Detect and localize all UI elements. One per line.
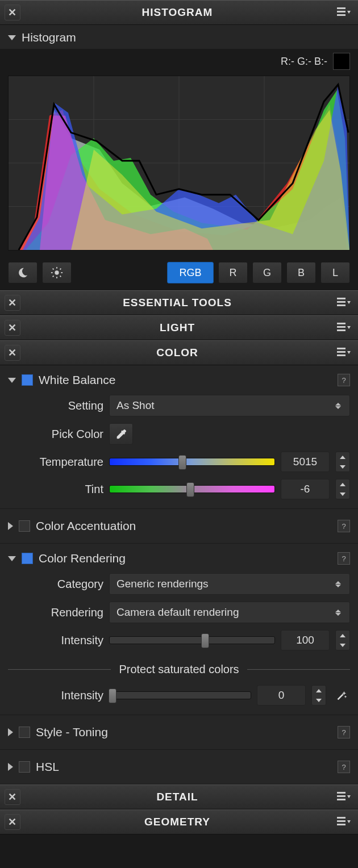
svg-marker-26 — [347, 326, 351, 329]
disclosure-triangle-icon[interactable] — [8, 763, 13, 771]
menu-button[interactable] — [334, 345, 353, 361]
tint-spinner[interactable] — [335, 479, 350, 499]
menu-button[interactable] — [334, 295, 353, 311]
pick-color-label: Pick Color — [8, 428, 103, 441]
protect-intensity-slider[interactable] — [109, 691, 251, 699]
panel-title: DETAIL — [20, 791, 334, 803]
help-button[interactable]: ? — [338, 374, 350, 386]
tint-row: Tint -6 — [8, 475, 350, 503]
color-swatch — [333, 53, 350, 70]
channel-b-button[interactable]: B — [286, 262, 316, 283]
magic-wand-icon — [335, 689, 347, 702]
enable-checkbox[interactable] — [22, 553, 33, 564]
panel-header-histogram: ✕ HISTOGRAM — [0, 0, 358, 25]
close-button[interactable]: ✕ — [5, 320, 20, 336]
highlight-clip-button[interactable] — [42, 262, 72, 283]
setting-select[interactable]: As Shot — [109, 395, 350, 416]
tint-value[interactable]: -6 — [281, 479, 330, 499]
protect-intensity-spinner[interactable] — [311, 685, 326, 706]
rgb-readout-row: R:- G:- B:- — [0, 49, 358, 70]
intensity-spinner[interactable] — [335, 630, 350, 650]
channel-g-button[interactable]: G — [252, 262, 282, 283]
svg-rect-0 — [337, 7, 345, 9]
svg-rect-29 — [337, 354, 345, 356]
setting-label: Setting — [8, 399, 103, 412]
close-button[interactable]: ✕ — [5, 345, 20, 361]
disclosure-triangle-icon[interactable] — [8, 522, 13, 530]
help-button[interactable]: ? — [338, 726, 350, 738]
disclosure-triangle-icon[interactable] — [8, 378, 16, 383]
enable-checkbox[interactable] — [19, 727, 30, 738]
eyedropper-button[interactable] — [109, 423, 133, 445]
section-label: Color Accentuation — [36, 519, 136, 533]
enable-checkbox[interactable] — [19, 761, 30, 773]
temperature-row: Temperature 5015 — [8, 448, 350, 475]
svg-line-18 — [60, 269, 61, 270]
category-value: Generic renderings — [116, 578, 209, 590]
select-arrows-icon — [334, 581, 343, 587]
moon-icon — [16, 266, 29, 279]
svg-point-10 — [55, 270, 59, 274]
enable-checkbox[interactable] — [22, 374, 33, 386]
category-select[interactable]: Generic renderings — [109, 573, 350, 595]
close-button[interactable]: ✕ — [5, 814, 20, 830]
select-arrows-icon — [334, 610, 343, 616]
menu-dropdown-icon — [337, 7, 351, 18]
disclosure-triangle-icon[interactable] — [8, 35, 16, 40]
temperature-value[interactable]: 5015 — [281, 452, 330, 472]
enable-checkbox[interactable] — [19, 520, 30, 532]
channel-r-button[interactable]: R — [218, 262, 248, 283]
tint-slider[interactable] — [109, 485, 275, 493]
protect-intensity-value[interactable]: 0 — [257, 685, 306, 706]
close-button[interactable]: ✕ — [5, 789, 20, 805]
svg-marker-30 — [347, 351, 351, 354]
intensity-value[interactable]: 100 — [281, 630, 330, 650]
close-button[interactable]: ✕ — [5, 295, 20, 311]
menu-button[interactable] — [334, 789, 353, 805]
menu-dropdown-icon — [337, 323, 351, 333]
setting-value: As Shot — [116, 399, 155, 412]
panel-header-light: ✕ LIGHT — [0, 315, 358, 340]
temperature-label: Temperature — [8, 456, 103, 469]
svg-rect-1 — [337, 11, 345, 12]
channel-l-button[interactable]: L — [320, 262, 350, 283]
shadow-clip-button[interactable] — [8, 262, 38, 283]
menu-dropdown-icon — [337, 817, 351, 827]
help-button[interactable]: ? — [338, 761, 350, 773]
disclosure-triangle-icon[interactable] — [8, 728, 13, 736]
section-label: Histogram — [22, 31, 76, 44]
white-balance-header: White Balance ? — [8, 371, 350, 391]
svg-line-16 — [60, 276, 61, 277]
intensity-slider[interactable] — [109, 636, 275, 644]
protect-intensity-row: Intensity 0 — [8, 682, 350, 709]
histogram-channel-toolbar: RGB R G B L — [0, 256, 358, 290]
category-label: Category — [8, 578, 103, 591]
rendering-row: Rendering Camera default rendering — [8, 598, 350, 627]
protect-label: Protect saturated colors — [119, 663, 239, 676]
menu-button[interactable] — [334, 5, 353, 20]
close-button[interactable]: ✕ — [5, 5, 20, 20]
svg-rect-21 — [337, 304, 345, 306]
menu-button[interactable] — [334, 320, 353, 336]
panel-title: ESSENTIAL TOOLS — [20, 297, 334, 309]
svg-line-17 — [53, 276, 54, 277]
svg-line-15 — [53, 269, 54, 270]
color-accentuation-section: Color Accentuation ? — [0, 509, 358, 544]
help-button[interactable]: ? — [338, 552, 350, 565]
svg-rect-32 — [337, 795, 345, 797]
svg-rect-20 — [337, 301, 345, 303]
menu-button[interactable] — [334, 814, 353, 830]
section-label: Color Rendering — [39, 552, 126, 565]
channel-rgb-button[interactable]: RGB — [167, 262, 214, 283]
disclosure-triangle-icon[interactable] — [8, 556, 16, 561]
svg-rect-37 — [337, 824, 345, 825]
temperature-slider[interactable] — [109, 458, 275, 466]
rendering-select[interactable]: Camera default rendering — [109, 602, 350, 623]
svg-marker-22 — [347, 301, 351, 304]
help-button[interactable]: ? — [338, 520, 350, 532]
magic-wand-button[interactable] — [332, 685, 350, 706]
temperature-spinner[interactable] — [335, 452, 350, 472]
category-row: Category Generic renderings — [8, 570, 350, 598]
svg-rect-27 — [337, 348, 345, 349]
svg-rect-23 — [337, 323, 345, 324]
